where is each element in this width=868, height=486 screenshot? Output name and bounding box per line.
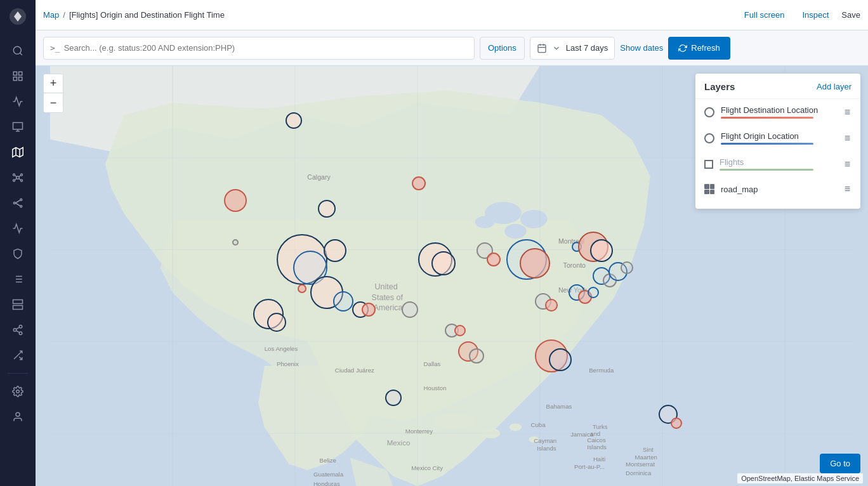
marker-west-sm[interactable] [324,239,346,262]
layer-checkbox-flights[interactable] [704,160,713,169]
marker-dallas-med[interactable] [454,325,466,336]
svg-text:Cuba: Cuba [530,421,546,428]
marker-1[interactable] [286,112,302,129]
svg-point-38 [19,332,22,335]
svg-line-24 [15,200,20,204]
svg-line-39 [16,331,19,332]
marker-mid-north2[interactable] [487,253,501,266]
svg-text:Honduras: Honduras [313,480,340,486]
svg-rect-6 [13,122,23,129]
svg-text:Guatemala: Guatemala [313,471,344,478]
marker-nw-pink[interactable] [224,189,247,212]
layer-radio-origin[interactable] [704,133,714,143]
layer-item-flight-origin[interactable]: Flight Origin Location ≡ [695,125,860,151]
svg-point-44 [16,412,20,416]
svg-point-54 [433,414,476,428]
svg-text:Montserrat: Montserrat [626,461,655,468]
layer-menu-origin[interactable]: ≡ [843,133,852,144]
marker-la-med[interactable] [267,313,286,332]
zoom-in-button[interactable]: + [44,74,63,93]
marker-ny-med[interactable] [621,261,633,274]
sidebar-item-dashboard[interactable] [6,65,29,88]
svg-text:United: United [374,282,397,291]
marker-pho-sm2[interactable] [362,303,376,317]
svg-text:Port-au-P...: Port-au-P... [574,463,605,470]
marker-nw-dot[interactable] [232,239,239,246]
map-container[interactable]: Calgary Montreal Toronto New York United… [36,66,868,486]
fullscreen-button[interactable]: Full screen [739,8,790,22]
sidebar-item-uptime[interactable] [6,242,29,265]
sidebar-item-maps[interactable] [6,141,29,164]
marker-phoenix-med[interactable] [333,291,353,312]
map-attribution: OpenStreetMap, Elastic Maps Service [737,473,863,483]
zoom-out-button[interactable]: − [44,93,63,112]
svg-line-18 [19,175,21,177]
calendar-icon [537,43,547,53]
sidebar-item-share[interactable] [6,319,29,341]
add-layer-button[interactable]: Add layer [817,82,852,91]
app-logo[interactable] [6,5,29,28]
marker-raleigh2[interactable] [588,287,599,298]
svg-rect-3 [19,72,22,75]
marker-miami-sm[interactable] [549,348,572,371]
sidebar-item-settings[interactable] [6,380,29,403]
show-dates-button[interactable]: Show dates [620,43,663,53]
marker-houston-med[interactable] [469,348,484,364]
layer-menu-flights[interactable]: ≡ [843,159,852,170]
marker-phoenix-sm[interactable] [298,284,306,293]
svg-point-1 [13,46,21,54]
layer-item-road-map[interactable]: road_map ≡ [695,177,860,201]
svg-rect-33 [13,306,23,310]
svg-point-36 [19,325,22,329]
layer-grid-icon-road-map [704,184,714,194]
marker-abq[interactable] [402,301,418,318]
marker-atlanta-med[interactable] [545,299,558,312]
svg-line-17 [15,175,17,177]
sidebar-item-ml[interactable] [6,166,29,189]
save-button[interactable]: Save [841,10,860,20]
inspect-button[interactable]: Inspect [797,8,834,22]
marker-toronto-med[interactable] [590,239,613,262]
svg-point-21 [13,202,15,204]
layer-item-flight-destination[interactable]: Flight Destination Location ≡ [695,99,860,125]
marker-pnw[interactable] [318,200,336,218]
svg-text:Mexico: Mexico [387,439,411,447]
marker-denver-med[interactable] [431,251,456,275]
svg-text:Bahamas: Bahamas [546,403,572,410]
sidebar-item-integration[interactable] [6,344,29,367]
svg-point-15 [13,180,15,181]
breadcrumb-parent[interactable]: Map [43,10,59,20]
breadcrumb: Map / [Flights] Origin and Destination F… [43,10,225,20]
marker-chicago-med[interactable] [520,248,550,279]
svg-text:and: and [590,430,600,437]
marker-pr-sm[interactable] [671,417,682,429]
svg-point-22 [20,199,22,200]
sidebar-item-infra[interactable] [6,293,29,316]
refresh-button[interactable]: Refresh [668,37,730,60]
sidebar-item-logs[interactable] [6,268,29,291]
svg-line-25 [15,203,20,206]
svg-rect-5 [19,77,22,81]
sidebar-item-visualize[interactable] [6,90,29,113]
search-input[interactable] [64,43,468,53]
options-button[interactable]: Options [480,37,525,60]
layer-item-flights[interactable]: Flights ≡ [695,151,860,177]
sidebar-item-canvas[interactable] [6,115,29,138]
svg-text:Los Angeles: Los Angeles [265,345,298,352]
layer-radio-destination[interactable] [704,107,714,117]
layer-line-flights [720,169,813,171]
layer-menu-destination[interactable]: ≡ [843,107,852,118]
svg-point-16 [21,180,23,181]
sidebar-item-user[interactable] [6,405,29,428]
svg-point-56 [510,424,522,431]
sidebar-item-apm[interactable] [6,217,29,240]
svg-line-40 [16,327,19,329]
date-filter[interactable]: Last 7 days [530,37,615,60]
marker-calgary[interactable] [412,176,426,190]
sidebar-item-discover[interactable] [6,39,29,62]
sidebar-item-graph[interactable] [6,192,29,214]
layer-menu-road-map[interactable]: ≡ [843,183,852,195]
search-prompt: >_ [50,43,60,53]
goto-button[interactable]: Go to [820,454,860,473]
marker-mexico-city[interactable] [385,390,402,406]
